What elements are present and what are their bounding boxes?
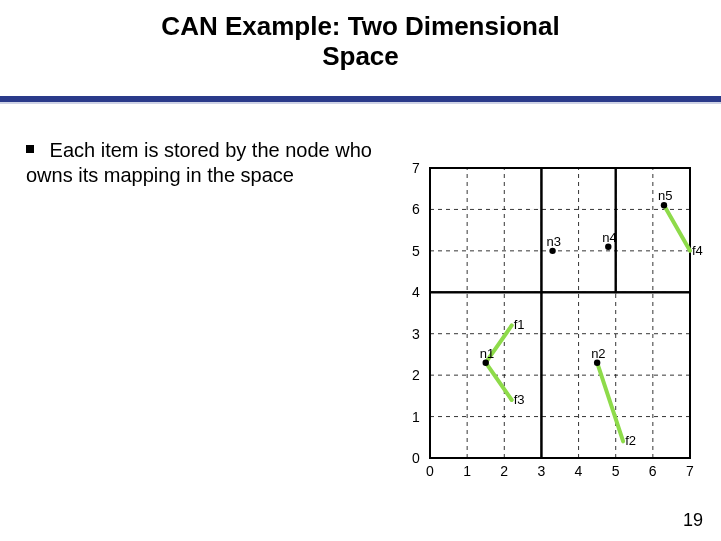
- title-line1: CAN Example: Two Dimensional: [161, 11, 559, 41]
- svg-line-23: [597, 363, 623, 442]
- svg-text:3: 3: [412, 326, 420, 342]
- can-space-diagram: n1n2n3n4n5f1f2f3f40123456701234567: [400, 160, 710, 500]
- svg-text:6: 6: [412, 201, 420, 217]
- svg-text:6: 6: [649, 463, 657, 479]
- svg-line-25: [664, 205, 690, 251]
- svg-text:7: 7: [412, 160, 420, 176]
- horizontal-rule: [0, 96, 721, 102]
- svg-text:1: 1: [463, 463, 471, 479]
- svg-text:2: 2: [412, 367, 420, 383]
- svg-text:0: 0: [412, 450, 420, 466]
- svg-text:f1: f1: [514, 317, 525, 332]
- page-number: 19: [683, 510, 703, 531]
- svg-text:7: 7: [686, 463, 694, 479]
- bullet-text: Each item is stored by the node who owns…: [26, 139, 372, 186]
- svg-text:f3: f3: [514, 392, 525, 407]
- bullet-item: Each item is stored by the node who owns…: [26, 138, 386, 188]
- svg-text:n3: n3: [547, 234, 561, 249]
- svg-rect-18: [430, 168, 541, 292]
- svg-text:0: 0: [426, 463, 434, 479]
- chart-svg: n1n2n3n4n5f1f2f3f40123456701234567: [400, 160, 710, 500]
- svg-text:5: 5: [612, 463, 620, 479]
- square-bullet-icon: [26, 145, 34, 153]
- svg-text:4: 4: [412, 284, 420, 300]
- svg-text:n2: n2: [591, 346, 605, 361]
- svg-text:2: 2: [500, 463, 508, 479]
- svg-rect-21: [430, 168, 690, 458]
- slide-title: CAN Example: Two Dimensional Space: [0, 0, 721, 72]
- svg-text:3: 3: [537, 463, 545, 479]
- svg-text:f4: f4: [692, 243, 703, 258]
- svg-text:f2: f2: [625, 433, 636, 448]
- svg-text:n1: n1: [480, 346, 494, 361]
- svg-text:4: 4: [575, 463, 583, 479]
- svg-text:n5: n5: [658, 188, 672, 203]
- svg-text:n4: n4: [602, 230, 616, 245]
- svg-text:5: 5: [412, 243, 420, 259]
- svg-line-24: [486, 363, 512, 400]
- svg-text:1: 1: [412, 409, 420, 425]
- title-line2: Space: [322, 41, 399, 71]
